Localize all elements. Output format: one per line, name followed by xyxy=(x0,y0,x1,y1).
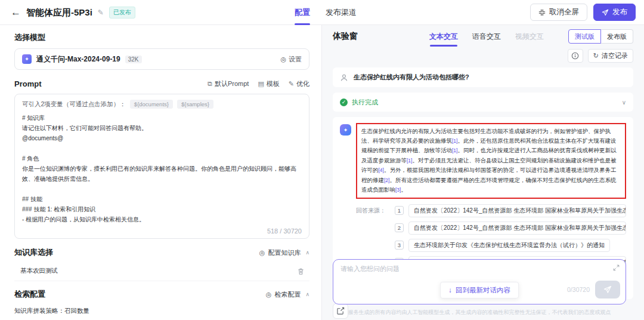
model-section-title: 选择模型 xyxy=(14,32,309,43)
refresh-icon: ↻ xyxy=(593,52,599,60)
back-icon[interactable]: ← xyxy=(11,7,21,19)
config-panel: 选择模型 ✦ 通义千问-Max-2024-09-19 32K ◎ 设置 Prom… xyxy=(0,25,322,320)
gear-icon: ◎ xyxy=(266,291,272,299)
model-selector[interactable]: ✦ 通义千问-Max-2024-09-19 32K ◎ 设置 xyxy=(14,48,309,70)
variable-chip-documents[interactable]: ${documents} xyxy=(130,100,173,109)
prompt-section-title: Prompt xyxy=(14,79,42,88)
source-chip[interactable]: 自然资发〔2022〕142号_自然资源部 生态环境部 国家林业和草原局关于加强生… xyxy=(408,204,626,217)
page-title: 智能体应用-5P3i xyxy=(26,7,92,19)
citation-ref[interactable]: [4] xyxy=(379,167,384,173)
send-button[interactable] xyxy=(595,281,620,299)
tab-publish-channels[interactable]: 发布渠道 xyxy=(326,0,357,25)
retrieval-setting: 知识库拼装策略：召回数量 xyxy=(14,304,309,318)
execution-status: ✓ 执行完成 ∨ xyxy=(333,93,633,112)
info-icon xyxy=(571,52,579,60)
kb-list-item: 基本农田测试 xyxy=(14,263,309,281)
new-session-button[interactable] xyxy=(333,303,348,319)
model-settings-button[interactable]: ◎ 设置 xyxy=(280,55,302,64)
input-char-counter: 0/30720 xyxy=(567,286,590,293)
optimize-button[interactable]: ✎ 优化 xyxy=(289,79,309,88)
kb-item-name: 基本农田测试 xyxy=(20,267,58,275)
main-tabs: 配置 发布渠道 xyxy=(295,0,357,25)
variable-chip-samples[interactable]: ${samples} xyxy=(177,100,213,109)
configure-kb-button[interactable]: ◎ 配置知识库 ∧ xyxy=(259,248,309,257)
variables-hint: 可引入2项变量（可通过点击添加）： xyxy=(22,100,126,109)
kb-section-title: 知识库选择 xyxy=(14,247,53,258)
copy-icon: ⧉ xyxy=(208,80,212,88)
tab-text-interaction[interactable]: 文本交互 xyxy=(429,26,458,48)
retrieval-section-title: 检索配置 xyxy=(14,289,45,300)
gear-icon: ◎ xyxy=(280,56,286,63)
prompt-textarea[interactable]: # 知识库 请记住以下材料，它们可能对回答问题有帮助。 @documents@ … xyxy=(15,111,309,222)
source-number[interactable]: 2 xyxy=(395,223,404,232)
tab-config[interactable]: 配置 xyxy=(295,0,310,25)
model-name: 通义千问-Max-2024-09-19 xyxy=(36,54,120,64)
status-text: 执行完成 xyxy=(352,98,378,107)
toggle-test-version[interactable]: 测试版 xyxy=(568,29,601,44)
sources-label: 回答来源： xyxy=(356,207,390,215)
version-toggle: 测试版 发布版 xyxy=(568,29,633,44)
back-to-latest-button[interactable]: ↓ 回到最新对话内容 xyxy=(440,282,519,299)
new-session-icon xyxy=(337,307,345,315)
default-prompt-button[interactable]: ⧉ 默认Prompt xyxy=(208,79,249,88)
template-button[interactable]: ▤ 模板 xyxy=(258,79,279,88)
document-icon: ▤ xyxy=(258,80,264,88)
clear-history-button[interactable]: ↻ 清空记录 xyxy=(588,49,633,63)
source-number[interactable]: 1 xyxy=(395,206,404,215)
prompt-char-counter: 518 / 30720 xyxy=(262,227,302,235)
magic-pencil-icon: ✎ xyxy=(289,80,294,88)
answer-text: 。 xyxy=(401,186,407,193)
interaction-mode-tabs: 文本交互 语音交互 视频交互 xyxy=(429,26,544,48)
arrow-down-icon: ↓ xyxy=(448,287,452,294)
edit-title-icon[interactable]: ✎ xyxy=(98,8,104,17)
publish-button[interactable]: 发布 xyxy=(593,4,636,21)
chevron-up-icon[interactable]: ∧ xyxy=(305,291,309,297)
answer-annotation-box: 生态保护红线内允许的有限人为活动主要包括对生态功能不造成破坏的行为，例如管护巡护… xyxy=(356,123,626,199)
gear-icon: ◎ xyxy=(259,249,265,257)
user-message: 生态保护红线内有限人为活动包括哪些? xyxy=(333,67,633,87)
send-icon xyxy=(602,9,609,16)
user-question-text: 生态保护红线内有限人为活动包括哪些? xyxy=(354,73,469,82)
context-window-badge: 32K xyxy=(125,56,142,63)
send-plane-icon xyxy=(603,285,612,294)
info-button[interactable] xyxy=(568,49,583,63)
source-chip[interactable]: 生态环境部关于印发《生态保护红线生态环境监督办法（试行）》的通知 xyxy=(408,239,610,252)
top-bar: ← 智能体应用-5P3i ✎ 已发布 配置 发布渠道 取消全屏 发布 xyxy=(0,0,644,25)
ai-disclaimer: 服务生成的所有内容均由人工智能模型生成，其生成内容的准确性和完整性无法保证，不代… xyxy=(333,309,626,316)
chat-input[interactable] xyxy=(340,264,604,282)
source-chip[interactable]: 自然资发〔2022〕142号_自然资源部 生态环境部 国家林业和草原局关于加强生… xyxy=(408,221,626,235)
experience-window-title: 体验窗 xyxy=(333,31,358,42)
source-number[interactable]: 3 xyxy=(395,241,404,250)
toggle-release-version[interactable]: 发布版 xyxy=(601,29,633,44)
chevron-down-icon[interactable]: ∨ xyxy=(622,99,626,106)
prompt-editor: 可引入2项变量（可通过点击添加）： ${documents} ${samples… xyxy=(14,94,309,239)
user-icon xyxy=(340,73,348,82)
expand-input-icon[interactable] xyxy=(613,264,620,271)
exit-fullscreen-icon xyxy=(538,9,546,16)
app-root: ← 智能体应用-5P3i ✎ 已发布 配置 发布渠道 取消全屏 发布 选择模型 … xyxy=(0,0,644,320)
trash-icon[interactable] xyxy=(297,267,305,275)
retrieval-setting: 召回片段数：7 xyxy=(14,318,309,320)
tab-voice-interaction[interactable]: 语音交互 xyxy=(472,26,501,48)
tab-video-interaction: 视频交互 xyxy=(515,26,544,48)
status-badge: 已发布 xyxy=(109,7,135,19)
success-check-icon: ✓ xyxy=(340,99,348,106)
assistant-avatar: ✦ xyxy=(340,124,351,136)
chevron-up-icon[interactable]: ∧ xyxy=(305,250,309,256)
cancel-fullscreen-button[interactable]: 取消全屏 xyxy=(530,4,587,21)
model-icon: ✦ xyxy=(22,54,32,64)
configure-retrieval-button[interactable]: ◎ 检索配置 ∧ xyxy=(266,290,309,299)
chat-composer: ↓ 回到最新对话内容 0/30720 xyxy=(333,259,626,304)
experience-panel: 体验窗 文本交互 语音交互 视频交互 测试版 发布版 ↻ 清空记录 xyxy=(322,25,644,320)
